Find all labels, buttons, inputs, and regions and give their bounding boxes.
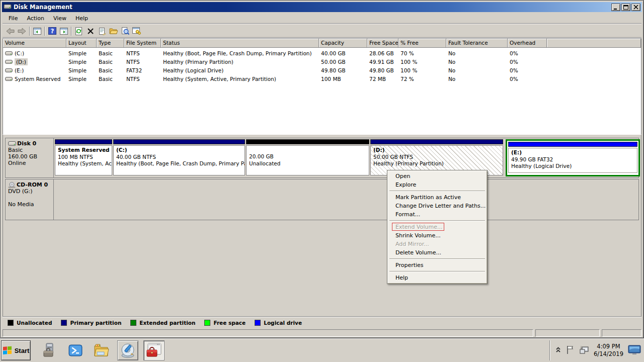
menu-file[interactable]: File <box>5 14 22 23</box>
forward-icon[interactable] <box>16 26 28 37</box>
menu-item-explore[interactable]: Explore <box>388 180 486 189</box>
cdrom-type: DVD (G:) <box>8 188 52 195</box>
partition-context-menu: Open Explore Mark Partition as Active Ch… <box>387 170 488 284</box>
graphical-view-pane: Disk 0 Basic 160.00 GB Online System Res… <box>3 135 641 316</box>
find-icon[interactable] <box>119 26 131 37</box>
primary-partition-swatch <box>61 320 67 326</box>
file-explorer-icon[interactable] <box>91 340 112 360</box>
title-bar[interactable]: Disk Management <box>2 2 642 12</box>
status-panel <box>535 329 600 337</box>
menu-action[interactable]: Action <box>23 14 48 23</box>
col-layout[interactable]: Layout <box>66 39 97 48</box>
powershell-icon[interactable] <box>65 340 86 360</box>
menu-item-mark-partition-active[interactable]: Mark Partition as Active <box>388 193 486 202</box>
display-tray-icon[interactable] <box>628 345 641 356</box>
help-icon[interactable]: ? <box>46 26 58 37</box>
cd-icon <box>8 182 16 188</box>
system-tray: 4:09 PM 6/14/2019 <box>550 340 644 360</box>
legend-primary-partition: Primary partition <box>61 320 121 326</box>
col-fault-tolerance[interactable]: Fault Tolerance <box>446 39 508 48</box>
hidden-icons-chevron-icon[interactable] <box>555 346 561 355</box>
menu-item-extend-volume: Extend Volume... <box>388 223 486 231</box>
col-volume[interactable]: Volume <box>3 39 66 48</box>
menu-item-change-drive-letter[interactable]: Change Drive Letter and Paths... <box>388 202 486 210</box>
menu-item-open[interactable]: Open <box>388 172 486 180</box>
disk0-row: Disk 0 Basic 160.00 GB Online System Res… <box>5 138 639 178</box>
menu-item-help[interactable]: Help <box>388 274 486 282</box>
volume-icon <box>5 68 13 73</box>
menu-item-format[interactable]: Format... <box>388 210 486 219</box>
console-options-icon[interactable] <box>131 26 142 37</box>
minimize-button[interactable] <box>611 4 620 11</box>
volume-row-c[interactable]: (C:) Simple Basic NTFS Healthy (Boot, Pa… <box>3 49 641 57</box>
menu-item-delete-volume[interactable]: Delete Volume... <box>388 248 486 257</box>
free-space-swatch <box>204 320 210 326</box>
logical-drive-swatch <box>255 320 261 326</box>
volume-icon <box>5 59 13 64</box>
show-console-tree-icon[interactable] <box>31 26 43 37</box>
legend-logical-drive: Logical drive <box>255 320 302 326</box>
col-free-space[interactable]: Free Space <box>367 39 398 48</box>
close-button[interactable] <box>631 4 640 11</box>
toolbar-separator <box>44 27 45 36</box>
unallocated-band <box>246 139 369 144</box>
menu-help[interactable]: Help <box>71 14 92 23</box>
col-overhead[interactable]: Overhead <box>508 39 547 48</box>
menu-separator <box>389 271 485 272</box>
cdrom-label-panel[interactable]: CD-ROM 0 DVD (G:) No Media <box>6 179 54 220</box>
extend-volume-annotation-box <box>392 223 444 231</box>
volume-row-d-selected[interactable]: (D:) Simple Basic NTFS Healthy (Primary … <box>3 57 641 66</box>
primary-partition-band <box>55 139 112 144</box>
menu-separator <box>389 191 485 192</box>
partition-e-extended[interactable]: (E:) 49.90 GB FAT32 Healthy (Logical Dri… <box>506 139 640 176</box>
network-icon[interactable] <box>579 345 589 356</box>
action-center-flag-icon[interactable] <box>566 345 575 356</box>
legend-free-space: Free space <box>204 320 246 326</box>
col-type[interactable]: Type <box>97 39 124 48</box>
menu-separator <box>389 258 485 259</box>
toolbar-separator <box>71 27 71 36</box>
primary-partition-band <box>370 139 503 144</box>
partition-system-reserved[interactable]: System Reserved 100 MB NTFS Healthy (Sys… <box>55 139 112 176</box>
clock-date: 6/14/2019 <box>594 350 623 358</box>
maximize-button[interactable] <box>621 4 630 11</box>
desktop: Disk Management File Action View Help ? <box>0 0 644 362</box>
show-action-pane-icon[interactable] <box>58 26 69 37</box>
menu-item-properties[interactable]: Properties <box>388 261 486 269</box>
refresh-icon[interactable] <box>73 26 85 37</box>
properties-icon[interactable] <box>96 26 108 37</box>
toolbar-separator <box>29 27 30 36</box>
volume-icon <box>5 76 13 81</box>
partition-c[interactable]: (C:) 40.00 GB NTFS Healthy (Boot, Page F… <box>113 139 245 176</box>
col-status[interactable]: Status <box>161 39 319 48</box>
disk0-label-panel[interactable]: Disk 0 Basic 160.00 GB Online <box>6 138 54 177</box>
menu-bar: File Action View Help <box>3 13 641 24</box>
unallocated-swatch <box>8 320 14 326</box>
partition-unallocated[interactable]: 20.00 GB Unallocated <box>246 139 369 176</box>
disk-icon <box>8 141 16 146</box>
menu-view[interactable]: View <box>49 14 70 23</box>
toolbox-app-icon[interactable] <box>143 340 165 360</box>
menu-item-shrink-volume[interactable]: Shrink Volume... <box>388 231 486 240</box>
open-folder-icon[interactable] <box>108 26 119 37</box>
back-icon[interactable] <box>5 26 16 37</box>
toolbar: ? <box>3 25 641 38</box>
col-capacity[interactable]: Capacity <box>319 39 367 48</box>
legend-unallocated: Unallocated <box>8 320 52 326</box>
disk-management-window: Disk Management File Action View Help ? <box>0 0 644 338</box>
delete-icon[interactable] <box>85 26 96 37</box>
start-button[interactable]: Start <box>1 340 31 360</box>
volume-row-system-reserved[interactable]: System Reserved Simple Basic NTFS Health… <box>3 74 641 83</box>
volume-icon <box>5 51 13 56</box>
col-pct-free[interactable]: % Free <box>398 39 446 48</box>
clock[interactable]: 4:09 PM 6/14/2019 <box>594 343 623 358</box>
disk-tool-icon[interactable] <box>117 340 138 360</box>
col-file-system[interactable]: File System <box>124 39 161 48</box>
window-title: Disk Management <box>14 4 611 11</box>
volume-list-pane: Volume Layout Type File System Status Ca… <box>3 38 641 135</box>
volume-row-e[interactable]: (E:) Simple Basic FAT32 Healthy (Logical… <box>3 66 641 74</box>
cdrom-status: No Media <box>8 201 52 208</box>
server-manager-icon[interactable] <box>39 340 60 360</box>
disk0-size: 160.00 GB <box>8 153 52 160</box>
logical-drive-band <box>508 142 637 147</box>
